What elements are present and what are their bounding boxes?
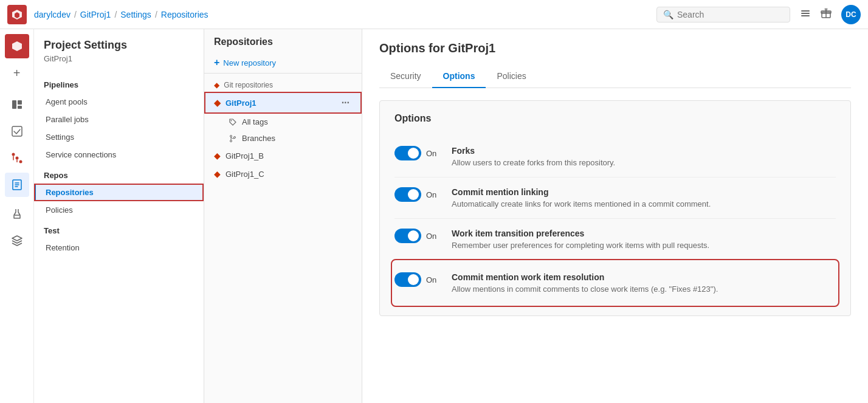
forks-name: Forks [452, 146, 836, 156]
topbar-icons: DC [800, 5, 861, 24]
svg-point-13 [230, 135, 232, 137]
work-item-transition-toggle-wrapper: On [394, 229, 437, 243]
work-item-transition-toggle-track[interactable] [394, 229, 421, 243]
forks-toggle-thumb [408, 148, 419, 159]
commit-resolution-toggle-label: On [426, 275, 436, 284]
commit-resolution-toggle-thumb [408, 274, 419, 285]
commit-resolution-desc: Allow mentions in commit comments to clo… [452, 284, 836, 294]
repo-item-more-button[interactable]: ··· [339, 96, 352, 109]
sidebar-item-repositories[interactable]: Repositories [34, 184, 204, 201]
sidebar-item-settings[interactable]: Settings [34, 128, 204, 146]
sidebar-item-retention[interactable]: Retention [34, 239, 204, 257]
svg-rect-6 [18, 100, 22, 105]
repo-icon-gitproj1c: ◆ [214, 169, 221, 179]
forks-toggle-wrapper: On [394, 146, 437, 160]
content-title: Options for GitProj1 [379, 41, 851, 55]
svg-point-15 [234, 136, 236, 138]
search-icon: 🔍 [663, 10, 673, 19]
option-row-work-item-transition: On Work item transition preferences Reme… [394, 219, 836, 260]
breadcrumb: darylcdev / GitProj1 / Settings / Reposi… [34, 10, 656, 19]
commit-linking-content: Commit mention linking Automatically cre… [452, 187, 836, 208]
commit-resolution-toggle[interactable] [394, 272, 421, 287]
breadcrumb-sep3: / [155, 10, 157, 19]
commit-resolution-toggle-track[interactable] [394, 272, 421, 287]
rail-icon-logo[interactable] [5, 34, 29, 58]
sidebar-item-parallel-jobs[interactable]: Parallel jobs [34, 111, 204, 128]
breadcrumb-project[interactable]: GitProj1 [80, 10, 111, 19]
work-item-transition-toggle[interactable] [394, 229, 421, 243]
repo-subitem-all-tags[interactable]: All tags [204, 114, 362, 130]
forks-toggle-track[interactable] [394, 146, 421, 160]
commit-linking-desc: Automatically create links for work item… [452, 199, 836, 208]
sidebar-item-service-connections[interactable]: Service connections [34, 146, 204, 164]
svg-point-10 [15, 157, 18, 160]
repo-item-gitproj1c[interactable]: ◆ GitProj1_C [204, 165, 362, 183]
rail-icon-testplans[interactable] [5, 202, 29, 226]
list-icon[interactable] [800, 8, 811, 21]
repo-icon-gitproj1b: ◆ [214, 151, 221, 160]
work-item-transition-toggle-thumb [408, 230, 419, 241]
commit-resolution-toggle-wrapper: On [394, 272, 437, 287]
rail-icon-check[interactable] [5, 119, 29, 143]
option-row-commit-resolution: On Commit mention work item resolution A… [394, 263, 836, 303]
svg-rect-7 [18, 106, 22, 109]
forks-content: Forks Allow users to create forks from t… [452, 146, 836, 167]
rail-icon-board[interactable] [5, 92, 29, 117]
commit-linking-toggle-track[interactable] [394, 187, 421, 202]
git-repos-icon: ◆ [214, 81, 219, 89]
git-repositories-label: ◆ Git repositories [204, 78, 362, 92]
svg-rect-1 [801, 13, 810, 14]
plus-icon: + [214, 57, 219, 68]
breadcrumb-sep1: / [74, 10, 77, 19]
sidebar-section-repos: Repos [34, 164, 204, 184]
sidebar-section-pipelines: Pipelines [34, 73, 204, 93]
work-item-transition-desc: Remember user preferences for completing… [452, 241, 836, 250]
work-item-transition-name: Work item transition preferences [452, 229, 836, 238]
rail-icon-repos[interactable] [5, 173, 29, 197]
sidebar: Project Settings GitProj1 Pipelines Agen… [34, 29, 204, 403]
new-repository-button[interactable]: + New repository [204, 52, 362, 74]
repo-subitem-branches[interactable]: Branches [204, 130, 362, 146]
branch-icon [229, 134, 237, 143]
app-logo[interactable] [7, 5, 27, 24]
tab-security[interactable]: Security [379, 65, 432, 88]
rail-icon-artifacts[interactable] [5, 229, 29, 253]
sidebar-item-agent-pools[interactable]: Agent pools [34, 93, 204, 111]
commit-resolution-content: Commit mention work item resolution Allo… [452, 272, 836, 294]
sidebar-section-test: Test [34, 219, 204, 239]
breadcrumb-settings[interactable]: Settings [120, 10, 151, 19]
sidebar-item-policies[interactable]: Policies [34, 201, 204, 219]
commit-linking-toggle-wrapper: On [394, 187, 437, 202]
user-avatar[interactable]: DC [841, 5, 861, 24]
search-input[interactable] [677, 10, 784, 19]
tab-policies[interactable]: Policies [486, 65, 537, 88]
tab-options[interactable]: Options [432, 65, 486, 88]
breadcrumb-repositories[interactable]: Repositories [161, 10, 208, 19]
breadcrumb-org[interactable]: darylcdev [34, 10, 71, 19]
main-layout: + [0, 29, 868, 403]
forks-toggle[interactable] [394, 146, 421, 160]
repo-panel: Repositories + New repository ◆ Git repo… [204, 29, 362, 403]
work-item-transition-content: Work item transition preferences Remembe… [452, 229, 836, 250]
rail-icon-plus[interactable]: + [5, 61, 29, 85]
svg-rect-0 [801, 10, 810, 12]
repo-item-gitproj1[interactable]: ◆ GitProj1 ··· [204, 92, 362, 114]
commit-linking-toggle-label: On [426, 190, 436, 199]
search-box[interactable]: 🔍 [656, 7, 790, 22]
rail-icon-pipelines[interactable] [5, 146, 29, 170]
forks-desc: Allow users to create forks from this re… [452, 158, 836, 167]
svg-point-11 [19, 160, 22, 164]
commit-linking-toggle[interactable] [394, 187, 421, 202]
options-section: Options On Forks Allow users to create f… [379, 100, 851, 316]
svg-point-12 [231, 120, 232, 121]
svg-point-9 [12, 153, 15, 156]
repo-item-gitproj1b[interactable]: ◆ GitProj1_B [204, 146, 362, 165]
sidebar-title: Project Settings [34, 39, 204, 54]
repo-icon-gitproj1: ◆ [214, 98, 221, 108]
gift-icon[interactable] [821, 8, 832, 21]
content-tabs: Security Options Policies [379, 65, 851, 88]
svg-point-14 [230, 140, 232, 142]
forks-toggle-label: On [426, 149, 436, 158]
icon-rail: + [0, 29, 34, 403]
breadcrumb-sep2: / [114, 10, 117, 19]
